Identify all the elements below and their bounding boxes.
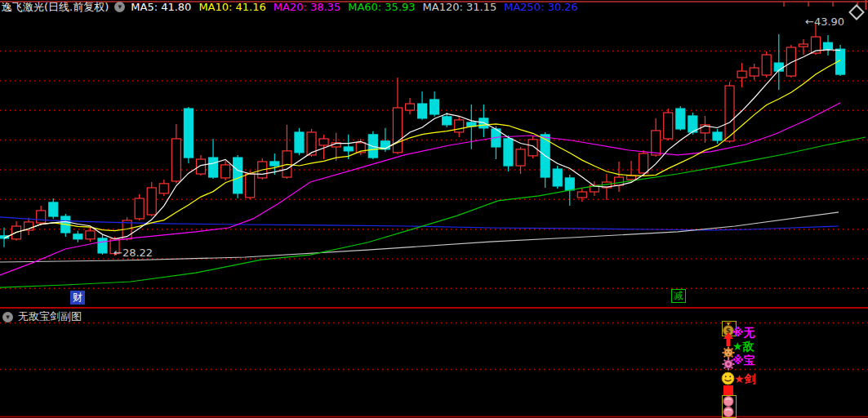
watermark-text: 财 (70, 291, 85, 305)
candle-up (86, 231, 95, 239)
candle-down (504, 139, 513, 166)
candle-down (344, 147, 353, 151)
candle-up (528, 140, 537, 156)
ma-value-labels: MA5: 41.80MA10: 41.16MA20: 38.35MA60: 35… (131, 1, 578, 13)
candle-down (73, 234, 82, 239)
candle-up (405, 104, 414, 110)
signal-label: ※宝 (732, 354, 755, 366)
candle-down (98, 238, 107, 253)
candle-down (184, 109, 193, 158)
candle-down (824, 42, 833, 49)
ma-line-ma10 (4, 60, 840, 238)
candle-up (750, 68, 759, 76)
candle-up (786, 47, 795, 76)
candle-up (319, 139, 328, 145)
ma-label-ma20: MA20: 38.35 (274, 1, 341, 13)
candle-up (221, 165, 230, 178)
ma-label-ma10: MA10: 41.16 (198, 1, 265, 13)
candle-up (639, 153, 648, 173)
chevron-down-icon[interactable]: ▾ (114, 2, 125, 12)
candle-up (196, 159, 205, 174)
candle-up (664, 113, 673, 139)
candle-up (627, 176, 636, 180)
subchart-header: ▾ 无敌宝剑副图 (2, 309, 82, 324)
candle-up (799, 44, 808, 47)
ma-label-ma250: MA250: 30.26 (504, 1, 578, 13)
candle-up (135, 198, 144, 219)
candle-down (418, 104, 427, 118)
candle-up (37, 211, 46, 223)
ma-line-ma5 (4, 50, 840, 239)
candle-down (49, 202, 58, 216)
candle-up (246, 174, 255, 198)
subchart-title: 无敌宝剑副图 (18, 309, 82, 324)
candle-down (430, 100, 439, 114)
ma-label-ma5: MA5: 41.80 (131, 1, 191, 13)
candle-up (147, 188, 156, 215)
red-block-icon (723, 385, 733, 395)
candle-down (565, 178, 574, 190)
ma-line-ma60 (0, 137, 866, 287)
signal-label: ★敌 (732, 340, 754, 352)
watermark-text: 减 (671, 289, 686, 303)
signal-label: ※无 (732, 327, 755, 338)
chevron-down-icon[interactable]: ▾ (2, 312, 13, 322)
candle-down (676, 109, 685, 129)
candle-up (455, 120, 464, 132)
price-annotation: ←28.22 (114, 247, 153, 258)
candle-up (762, 55, 771, 75)
candle-down (295, 132, 304, 153)
candle-down (209, 158, 218, 177)
candle-down (553, 169, 562, 186)
signal-label: ★剑 (734, 373, 756, 385)
ma-label-ma120: MA120: 31.15 (423, 1, 497, 13)
candle-up (652, 131, 661, 155)
candle-down (234, 158, 243, 193)
candle-up (393, 108, 402, 153)
candle-up (171, 139, 180, 181)
stock-app-window: 逸飞激光(日线.前复权) ▾ MA5: 41.80MA10: 41.16MA20… (0, 0, 868, 418)
candle-up (737, 71, 746, 78)
smiley-icon (721, 371, 735, 385)
candle-down (270, 162, 279, 166)
page-title: 逸飞激光(日线.前复权) (2, 0, 109, 15)
price-annotation: ←43.90 (805, 16, 844, 27)
candle-up (159, 184, 168, 193)
candle-up (516, 149, 525, 166)
candy-ball-icon (722, 396, 735, 417)
candle-up (577, 192, 586, 198)
ma-label-ma60: MA60: 35.93 (348, 1, 415, 13)
chart-header: 逸飞激光(日线.前复权) ▾ MA5: 41.80MA10: 41.16MA20… (2, 1, 578, 13)
candle-down (713, 132, 722, 140)
candle-down (443, 117, 452, 125)
